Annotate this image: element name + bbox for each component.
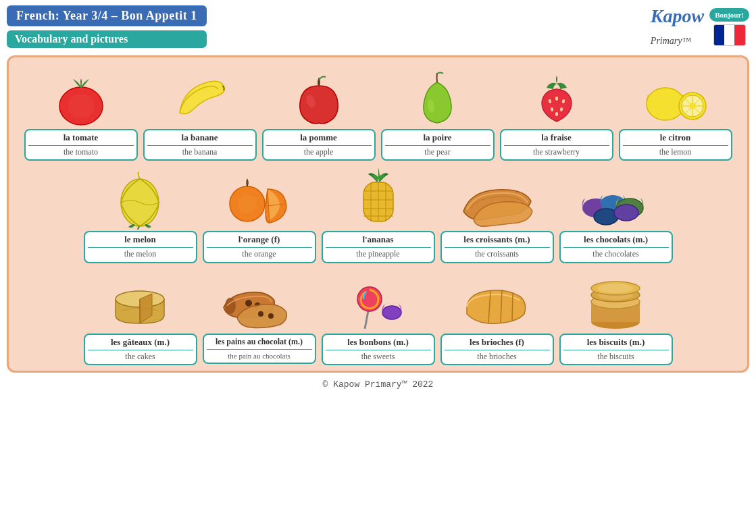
card-biscuits: les biscuits (m.) the biscuits [559, 270, 673, 365]
card-sweets: les bonbons (m.) the sweets [322, 270, 435, 365]
kapow-logo: KapowPrimary™ [651, 5, 704, 49]
svg-point-36 [614, 205, 638, 221]
svg-point-1 [68, 94, 95, 118]
vocab-row-2: le melon the melon [18, 167, 738, 263]
card-brioche: les brioches (f) the brioches [440, 270, 554, 365]
svg-rect-2 [80, 82, 82, 88]
subtitle: Vocabulary and pictures [7, 30, 207, 48]
card-orange: l'orange (f) the orange [203, 167, 316, 263]
card-strawberry: la fraise the strawberry [500, 65, 613, 161]
header-right: KapowPrimary™ Bonjour! [651, 5, 749, 49]
french-flag [713, 24, 746, 46]
svg-point-6 [555, 97, 558, 101]
page-title: French: Year 3/4 – Bon Appetit 1 [7, 5, 207, 26]
svg-point-40 [245, 300, 252, 307]
card-melon: le melon the melon [84, 167, 197, 263]
card-banana: la banane the banana [143, 65, 257, 161]
card-painauchocolat: les pains au chocolat (m.) the pain au c… [203, 270, 316, 365]
card-cake: les gâteaux (m.) the cakes [84, 270, 197, 365]
svg-point-42 [258, 311, 263, 317]
card-apple: la pomme the apple [262, 65, 376, 161]
vocab-row-3: les gâteaux (m.) the cakes [18, 270, 738, 365]
footer: © Kapow Primary™ 2022 [0, 377, 756, 391]
card-pear: la poire the pear [381, 65, 495, 161]
card-croissants: les croissants (m.) the croissants [440, 167, 554, 263]
svg-point-46 [382, 306, 401, 319]
svg-point-43 [268, 313, 274, 319]
card-pineapple: l'ananas the pineapple [322, 167, 435, 263]
svg-point-56 [598, 284, 633, 293]
copyright-text: © Kapow Primary™ 2022 [323, 379, 434, 390]
vocab-grid: la tomate the tomato la banane [18, 65, 738, 365]
vocab-row-1: la tomate the tomato la banane [18, 65, 738, 161]
card-tomato: la tomate the tomato [24, 65, 138, 161]
card-chocolates: les chocolats (m.) the chocolates [559, 167, 673, 263]
content-area: la tomate the tomato la banane [7, 55, 749, 373]
card-lemon: le citron the lemon [619, 65, 732, 161]
svg-line-49 [512, 292, 513, 321]
bonjour-button[interactable]: Bonjour! [709, 8, 749, 22]
svg-point-10 [555, 112, 558, 116]
svg-point-21 [238, 194, 257, 213]
svg-point-18 [689, 103, 696, 109]
header-left: French: Year 3/4 – Bon Appetit 1 Vocabul… [7, 5, 207, 48]
header: French: Year 3/4 – Bon Appetit 1 Vocabul… [0, 0, 756, 51]
